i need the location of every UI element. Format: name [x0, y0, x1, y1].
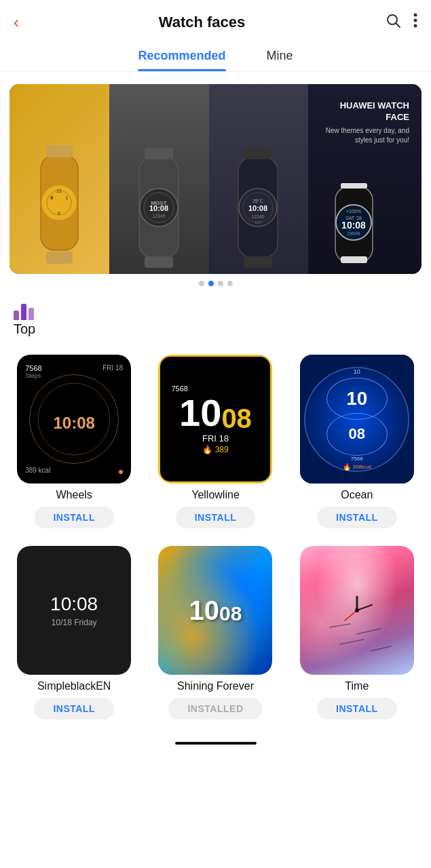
- top-section: Top: [0, 286, 431, 344]
- watch-thumb-simpleblacken[interactable]: 10:08 10/18 Friday: [17, 546, 131, 675]
- yl-date: FRI 18: [202, 433, 229, 443]
- watch-grid-row1: 7568 Steps FRI 18 10:08 389 kcal Wheels …: [0, 344, 431, 535]
- svg-point-42: [355, 608, 359, 612]
- svg-rect-7: [46, 252, 73, 264]
- shining-name: Shining Forever: [177, 680, 254, 692]
- svg-point-2: [413, 14, 417, 17]
- watch-thumb-yellowline[interactable]: 7568 10 08 FRI 18 🔥 389: [158, 355, 272, 484]
- watch-card-ocean: 10 10 08 7568 🔥 398kcal Ocean INSTALL: [293, 355, 421, 528]
- back-button[interactable]: ‹: [14, 13, 19, 32]
- svg-rect-33: [341, 256, 367, 263]
- svg-rect-23: [244, 148, 272, 159]
- wheels-steps: 7568: [25, 364, 41, 372]
- svg-rect-6: [46, 145, 73, 157]
- banner-gray: MOST 10:08 12345: [109, 84, 209, 274]
- banner-title: HUAWEI WATCH FACE: [320, 100, 409, 123]
- ocean-hour-val: 10: [354, 368, 360, 375]
- svg-text:8: 8: [50, 195, 54, 201]
- svg-text:29999: 29999: [348, 231, 361, 236]
- tab-recommended[interactable]: Recommended: [138, 49, 225, 71]
- yl-min: 08: [221, 405, 252, 432]
- wheels-install-button[interactable]: INSTALL: [34, 507, 114, 528]
- svg-rect-16: [145, 256, 173, 268]
- watch-card-time: Time INSTALL: [293, 546, 421, 719]
- svg-text:10:08: 10:08: [341, 220, 366, 231]
- svg-point-3: [413, 19, 417, 22]
- wheels-time: 10:08: [25, 414, 123, 433]
- ocean-steps: 7568: [351, 456, 363, 462]
- watch-card-simpleblacken: 10:08 10/18 Friday SimpleblackEN INSTALL: [10, 546, 138, 719]
- svg-text:12: 12: [56, 189, 62, 193]
- watch-card-shining: 1008 Shining Forever INSTALLED: [151, 546, 280, 719]
- tabs-bar: Recommended Mine: [0, 39, 431, 72]
- simpleblacken-name: SimpleblackEN: [37, 680, 111, 692]
- ocean-hour-display: 10: [346, 389, 367, 408]
- search-icon[interactable]: [385, 12, 401, 33]
- yl-kcal: 🔥 389: [202, 445, 228, 454]
- svg-line-40: [357, 605, 372, 610]
- wheels-date: FRI 18: [102, 364, 123, 372]
- watch-thumb-shining[interactable]: 1008: [158, 546, 272, 675]
- dot-2: [208, 281, 214, 286]
- shining-install-button[interactable]: INSTALLED: [168, 698, 262, 719]
- yl-hour: 10: [179, 394, 221, 432]
- wheels-kcal: 389 kcal: [25, 467, 50, 474]
- yellowline-name: Yellowline: [191, 489, 240, 501]
- banner-yellow: 8 1 12 6: [10, 84, 109, 274]
- svg-point-4: [413, 24, 417, 28]
- dot-4: [227, 281, 233, 286]
- watch-card-wheels: 7568 Steps FRI 18 10:08 389 kcal Wheels …: [10, 355, 138, 528]
- yellowline-install-button[interactable]: INSTALL: [176, 507, 256, 528]
- svg-line-1: [396, 24, 400, 28]
- ocean-install-button[interactable]: INSTALL: [317, 507, 397, 528]
- watch-thumb-wheels[interactable]: 7568 Steps FRI 18 10:08 389 kcal: [17, 355, 131, 484]
- svg-text:10:08: 10:08: [248, 204, 267, 212]
- header: ‹ Watch faces: [0, 0, 431, 39]
- svg-text:12345: 12345: [152, 214, 166, 218]
- svg-rect-15: [145, 148, 173, 159]
- watch-grid-row2: 10:08 10/18 Friday SimpleblackEN INSTALL…: [0, 535, 431, 726]
- watch-thumb-time[interactable]: [300, 546, 414, 675]
- svg-rect-32: [341, 183, 367, 189]
- ocean-min-display: 08: [349, 425, 365, 443]
- svg-text:6: 6: [58, 211, 60, 216]
- tab-mine[interactable]: Mine: [267, 49, 293, 71]
- bottom-bar: [0, 733, 431, 753]
- dot-3: [218, 281, 223, 286]
- svg-line-43: [330, 624, 350, 627]
- home-indicator: [175, 742, 257, 745]
- wheels-name: Wheels: [56, 489, 92, 501]
- watch-thumb-ocean[interactable]: 10 10 08 7568 🔥 398kcal: [300, 355, 414, 484]
- dot-1: [199, 281, 204, 286]
- page-title: Watch faces: [159, 14, 246, 31]
- svg-text:+100%: +100%: [346, 209, 361, 214]
- svg-line-44: [357, 629, 381, 634]
- sb-date: 10/18 Friday: [52, 618, 97, 627]
- svg-text:12345: 12345: [252, 214, 265, 219]
- banner: 8 1 12 6 MOST 10:08 12345 25°C 10:08 1: [10, 84, 421, 274]
- section-label: Top: [14, 321, 417, 337]
- bar-chart-icon: [14, 301, 417, 320]
- simpleblacken-install-button[interactable]: INSTALL: [34, 698, 114, 719]
- banner-dots: [0, 281, 431, 286]
- svg-text:120: 120: [255, 220, 262, 224]
- banner-black: HUAWEI WATCH FACE New themes every day, …: [308, 84, 421, 274]
- sb-time: 10:08: [50, 593, 98, 615]
- svg-text:1: 1: [65, 195, 69, 201]
- banner-subtitle: New themes every day, and styles just fo…: [320, 126, 409, 145]
- ocean-name: Ocean: [341, 489, 373, 501]
- time-install-button[interactable]: INSTALL: [317, 698, 397, 719]
- svg-rect-24: [244, 256, 272, 268]
- header-actions: [385, 12, 417, 33]
- shining-time: 1008: [189, 597, 242, 624]
- svg-text:10:08: 10:08: [149, 204, 168, 212]
- wheels-steps-label: Steps: [25, 372, 41, 379]
- svg-line-46: [371, 646, 391, 651]
- watch-card-yellowline: 7568 10 08 FRI 18 🔥 389 Yellowline INSTA…: [151, 355, 280, 528]
- svg-line-41: [345, 610, 357, 620]
- banner-dark: 25°C 10:08 12345 120: [209, 84, 309, 274]
- svg-text:25°C: 25°C: [253, 199, 264, 203]
- ocean-kcal: 398kcal: [353, 464, 372, 470]
- svg-line-45: [340, 639, 364, 644]
- more-icon[interactable]: [413, 13, 417, 32]
